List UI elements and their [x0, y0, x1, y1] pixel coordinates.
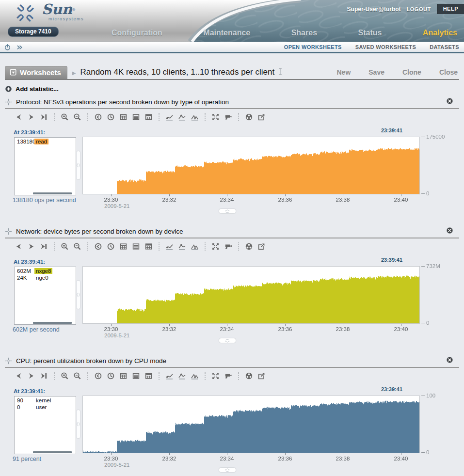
show-maximum-button[interactable]	[178, 113, 186, 121]
legend-scrollbar[interactable]	[33, 192, 72, 194]
clone-worksheet-button[interactable]: Clone	[402, 68, 421, 76]
legend-row[interactable]: 24Knge0	[15, 274, 76, 281]
color-wheel-button[interactable]	[245, 372, 253, 380]
zoom-out-button[interactable]	[73, 372, 81, 380]
show-hour-button[interactable]	[107, 113, 115, 121]
chart-resize-handle[interactable]	[219, 468, 236, 472]
show-minute-button[interactable]	[94, 372, 102, 380]
color-wheel-button[interactable]	[245, 242, 253, 251]
legend-row[interactable]: 90kernel	[15, 397, 76, 403]
drill-button[interactable]	[224, 372, 232, 380]
subnav-datasets[interactable]: DATASETS	[430, 44, 459, 50]
tab-shares[interactable]: Shares	[291, 29, 317, 37]
legend-row[interactable]: 602Mnxge8	[15, 267, 76, 274]
new-worksheet-button[interactable]: New	[336, 68, 351, 76]
show-hour-button[interactable]	[107, 242, 115, 251]
legend-splitter-handle[interactable]	[77, 151, 80, 179]
help-button[interactable]: HELP	[437, 4, 464, 14]
show-maximum-button[interactable]	[178, 242, 186, 251]
legend-series-name[interactable]: nge0	[34, 275, 50, 281]
show-minimum-button[interactable]	[165, 113, 174, 121]
legend-scrollbar[interactable]	[33, 322, 72, 324]
subnav-open-worksheets[interactable]: OPEN WORKSHEETS	[284, 44, 342, 50]
chart-resize-handle[interactable]	[219, 338, 236, 343]
move-panel-icon[interactable]	[5, 98, 12, 106]
tab-maintenance[interactable]: Maintenance	[203, 29, 250, 37]
pan-forward-button[interactable]	[27, 242, 35, 251]
worksheet-title-field[interactable]: Random 4K reads, 10 clients, 1..10 threa…	[80, 67, 284, 77]
show-minimum-button[interactable]	[165, 372, 174, 380]
pan-to-now-button[interactable]	[40, 372, 48, 380]
expand-button[interactable]	[211, 372, 220, 380]
legend-row[interactable]: 0user	[15, 403, 76, 410]
close-worksheet-button[interactable]: Close	[439, 68, 458, 76]
zoom-out-button[interactable]	[73, 113, 81, 121]
show-minute-button[interactable]	[94, 242, 102, 251]
zoom-in-button[interactable]	[61, 113, 69, 121]
drill-button[interactable]	[224, 242, 232, 251]
add-icon[interactable]	[5, 85, 12, 93]
zoom-in-button[interactable]	[61, 372, 69, 380]
chart-plot[interactable]	[82, 137, 420, 194]
legend-row[interactable]: 138180read	[15, 138, 76, 144]
color-wheel-button[interactable]	[245, 113, 253, 121]
zoom-out-button[interactable]	[73, 242, 81, 251]
pan-forward-button[interactable]	[27, 113, 35, 121]
show-maximum-button[interactable]	[178, 372, 186, 380]
legend-series-name[interactable]: kernel	[34, 397, 52, 403]
tab-analytics[interactable]: Analytics	[423, 29, 457, 37]
show-month-button[interactable]	[144, 242, 153, 251]
show-month-button[interactable]	[144, 372, 153, 380]
show-month-button[interactable]	[144, 113, 153, 121]
show-line-graph-button[interactable]	[191, 113, 199, 121]
legend-scrollbar[interactable]	[33, 451, 72, 453]
tab-configuration[interactable]: Configuration	[112, 29, 162, 37]
close-panel-icon[interactable]	[446, 97, 453, 105]
pan-to-now-button[interactable]	[40, 242, 48, 251]
show-minute-button[interactable]	[94, 113, 102, 121]
close-panel-icon[interactable]	[446, 227, 453, 234]
chart-plot[interactable]	[82, 266, 420, 324]
expand-button[interactable]	[211, 242, 220, 251]
export-button[interactable]	[257, 372, 266, 380]
legend-series-name[interactable]: read	[34, 139, 48, 144]
close-panel-icon[interactable]	[446, 356, 453, 364]
tab-status[interactable]: Status	[358, 29, 382, 37]
drill-button[interactable]	[224, 113, 232, 121]
expand-button[interactable]	[211, 113, 220, 121]
x-tick-label: 23:32	[159, 197, 180, 203]
move-panel-icon[interactable]	[5, 228, 12, 235]
show-week-button[interactable]	[132, 242, 140, 251]
show-line-graph-button[interactable]	[191, 242, 199, 251]
events-icon[interactable]	[16, 44, 23, 51]
show-day-button[interactable]	[119, 372, 128, 380]
export-button[interactable]	[257, 242, 266, 251]
subnav-saved-worksheets[interactable]: SAVED WORKSHEETS	[355, 44, 416, 50]
legend-series-name[interactable]: user	[34, 404, 48, 410]
zoom-in-button[interactable]	[61, 242, 69, 251]
show-day-button[interactable]	[119, 242, 128, 251]
worksheets-menu-button[interactable]: Worksheets	[5, 66, 67, 79]
pan-forward-button[interactable]	[27, 372, 35, 380]
show-minimum-button[interactable]	[165, 242, 174, 251]
show-week-button[interactable]	[132, 113, 140, 121]
save-worksheet-button[interactable]: Save	[368, 68, 384, 76]
legend-splitter-handle[interactable]	[77, 281, 80, 309]
power-icon[interactable]	[4, 44, 11, 51]
pan-to-now-button[interactable]	[40, 113, 48, 121]
show-day-button[interactable]	[119, 113, 128, 121]
legend-splitter-handle[interactable]	[77, 410, 80, 438]
logout-button[interactable]: LOGOUT	[407, 6, 431, 12]
show-line-graph-button[interactable]	[191, 372, 199, 380]
show-week-button[interactable]	[132, 372, 140, 380]
legend-series-name[interactable]: nxge8	[34, 268, 52, 274]
add-statistic-button[interactable]: Add statistic...	[16, 85, 59, 93]
pan-back-button[interactable]	[15, 113, 23, 121]
pan-back-button[interactable]	[15, 242, 23, 251]
pan-back-button[interactable]	[15, 372, 23, 380]
chart-resize-handle[interactable]	[219, 209, 236, 213]
chart-plot[interactable]	[82, 396, 420, 453]
move-panel-icon[interactable]	[5, 357, 12, 365]
export-button[interactable]	[257, 113, 266, 121]
show-hour-button[interactable]	[107, 372, 115, 380]
